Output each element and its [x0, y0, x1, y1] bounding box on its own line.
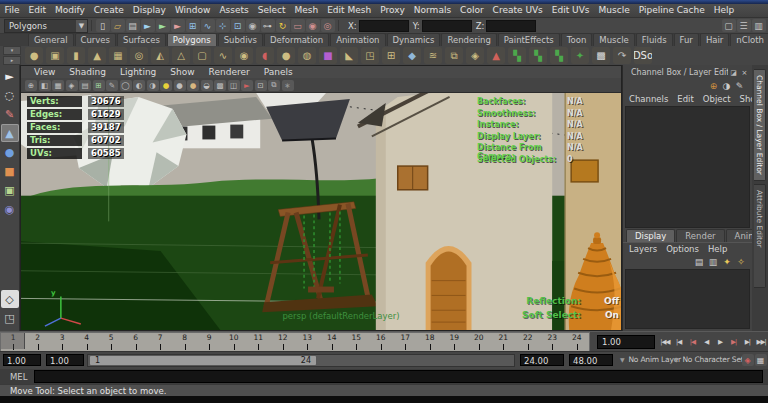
- xray-icon[interactable]: ⊡: [255, 80, 267, 91]
- snap-curve-icon[interactable]: ∿: [201, 19, 215, 32]
- channel-list-area[interactable]: [625, 106, 750, 228]
- poly-pyramid-icon[interactable]: △: [172, 47, 190, 64]
- image-plane-icon[interactable]: ▤: [79, 80, 91, 91]
- camera-attributes-icon[interactable]: ▦: [52, 80, 64, 91]
- timeline-frame-cell[interactable]: 8: [173, 333, 198, 351]
- step-forward-key-button[interactable]: ▶|: [727, 338, 741, 346]
- animation-preferences-icon[interactable]: ▦: [755, 354, 767, 366]
- close-icon[interactable]: ×: [739, 68, 750, 78]
- shelf-tab[interactable]: Curves: [75, 33, 117, 46]
- poly-soccerball-icon[interactable]: ◉: [235, 47, 253, 64]
- menu-item[interactable]: Color: [456, 4, 489, 17]
- booleans-icon[interactable]: ◆: [403, 47, 421, 64]
- current-time-marker[interactable]: [1, 333, 25, 349]
- shelf-tab[interactable]: Hair: [700, 33, 729, 46]
- snap-point-icon[interactable]: ⊹: [216, 19, 230, 32]
- menu-item[interactable]: Select: [253, 4, 290, 17]
- menu-item[interactable]: Create UVs: [488, 4, 547, 17]
- wire-on-shaded-icon[interactable]: ⧉: [268, 80, 280, 91]
- viewport-menu-item[interactable]: Show: [163, 66, 201, 78]
- coordinate-input[interactable]: [422, 20, 472, 32]
- timeline-frame-cell[interactable]: 17: [393, 333, 418, 351]
- viewport-menu-item[interactable]: View: [27, 66, 62, 78]
- lock-camera-icon[interactable]: ◧: [39, 80, 51, 91]
- anim-layer-dropdown[interactable]: ▼ No Anim Layer: [620, 355, 681, 364]
- animation-start-field[interactable]: 1.00: [3, 354, 41, 366]
- viewport-menu-item[interactable]: Panels: [257, 66, 300, 78]
- sculpt-geometry-icon[interactable]: ◖: [256, 47, 274, 64]
- shelf-tab[interactable]: Animation: [330, 33, 385, 46]
- poly-torus-icon[interactable]: ◎: [130, 47, 148, 64]
- timeline-frame-cell[interactable]: 2: [26, 333, 51, 351]
- file-new-icon[interactable]: ▯: [96, 19, 110, 32]
- chevron-down-icon[interactable]: ▼: [76, 20, 87, 32]
- timeline-frame-cell[interactable]: 18: [418, 333, 443, 351]
- layer-tab[interactable]: Display: [626, 229, 675, 242]
- character-set-dropdown[interactable]: ▼ No Character Set: [674, 355, 744, 364]
- shelf-tab[interactable]: General: [28, 33, 74, 46]
- menu-item[interactable]: Edit: [24, 4, 50, 17]
- layer-list-area[interactable]: [625, 269, 750, 329]
- range-slider-track[interactable]: 1 24: [87, 354, 515, 367]
- timeline-frame-cell[interactable]: 20: [467, 333, 492, 351]
- channel-box-menu-item[interactable]: Edit: [677, 94, 693, 104]
- new-empty-anim-layer-icon[interactable]: ✧: [734, 257, 748, 267]
- poly-sphere-icon[interactable]: ●: [25, 47, 43, 64]
- poly-helix-icon[interactable]: ∿: [214, 47, 232, 64]
- sidebar-tab[interactable]: Attribute Editor: [754, 184, 766, 288]
- snap-view-plane-icon[interactable]: ⊡: [231, 19, 245, 32]
- timeline-frame-cell[interactable]: 7: [148, 333, 173, 351]
- poly-cylinder-icon[interactable]: ▮: [67, 47, 85, 64]
- file-open-icon[interactable]: ▱: [111, 19, 125, 32]
- motion-blur-icon[interactable]: ◒: [201, 80, 213, 91]
- new-anim-layer-from-selected-icon[interactable]: ✦: [720, 257, 734, 267]
- viewport-menu-item[interactable]: Renderer: [202, 66, 257, 78]
- paint-select-tool[interactable]: ✎: [1, 105, 19, 123]
- dso-script-icon[interactable]: DSo: [634, 47, 652, 64]
- shelf-tab[interactable]: Subdivs: [218, 33, 263, 46]
- poly-sphere-proxy-icon[interactable]: ◍: [298, 47, 316, 64]
- go-to-start-button[interactable]: |◀◀: [658, 338, 672, 346]
- menu-item[interactable]: Help: [709, 4, 739, 17]
- timeline-frame-cell[interactable]: 24: [565, 333, 590, 351]
- timeline-frame-cell[interactable]: 21: [491, 333, 516, 351]
- shelf-tab[interactable]: Toon: [561, 33, 593, 46]
- poly-plane-icon[interactable]: ▦: [109, 47, 127, 64]
- grease-pencil-icon[interactable]: ✎: [106, 80, 118, 91]
- saved-layouts-button[interactable]: ◳: [1, 309, 19, 327]
- poly-prism-icon[interactable]: ◭: [151, 47, 169, 64]
- pin-icon[interactable]: ◪: [728, 68, 739, 78]
- poly-sphere-smooth-icon[interactable]: ●: [277, 47, 295, 64]
- multi-cut-red-cone-icon[interactable]: ▲: [487, 47, 505, 64]
- shelf-tab[interactable]: Rendering: [441, 33, 496, 46]
- menu-item[interactable]: Create: [89, 4, 128, 17]
- open-render-view-icon[interactable]: ▭: [291, 19, 305, 32]
- textured-icon[interactable]: ◑: [147, 80, 159, 91]
- shelf-tab[interactable]: Dynamics: [387, 33, 441, 46]
- playback-end-field[interactable]: 24.00: [520, 354, 564, 366]
- shelf-tab[interactable]: Fluids: [636, 33, 673, 46]
- channel-box-menu-item[interactable]: Channels: [629, 94, 668, 104]
- timeline-frame-cell[interactable]: 13: [295, 333, 320, 351]
- select-component-icon[interactable]: ►: [171, 19, 185, 32]
- 2d-pan-zoom-icon[interactable]: ⊞: [93, 80, 105, 91]
- timeline-frame-cell[interactable]: 4: [75, 333, 100, 351]
- wireframe-icon[interactable]: ◯: [120, 80, 132, 91]
- channel-box-menu-item[interactable]: Object: [703, 94, 731, 104]
- channel-speed-icon[interactable]: ◑: [720, 81, 733, 91]
- uv-spherical-map-icon[interactable]: ▚: [550, 47, 568, 64]
- menu-item[interactable]: Normals: [409, 4, 455, 17]
- subdiv-cube-icon[interactable]: ■: [319, 47, 337, 64]
- single-pane-toggle-icon[interactable]: ▢: [722, 19, 736, 32]
- uv-cylindrical-map-icon[interactable]: ▚: [529, 47, 547, 64]
- timeline-frame-cell[interactable]: 19: [442, 333, 467, 351]
- use-all-lights-icon[interactable]: ●: [160, 80, 172, 91]
- auto-keyframe-icon[interactable]: ◈: [742, 354, 754, 366]
- file-save-icon[interactable]: ▤: [126, 19, 140, 32]
- construction-history-icon[interactable]: ↻: [276, 19, 290, 32]
- viewport-menu-item[interactable]: Shading: [62, 66, 113, 78]
- channelbox-toggle-icon[interactable]: ▥: [752, 19, 766, 32]
- single-pane-layout-button[interactable]: ◇: [1, 290, 19, 308]
- play-forwards-button[interactable]: ▶: [713, 338, 727, 346]
- viewport-scene[interactable]: Verts: 30676 Edges: 61629 Faces: 39187 T…: [21, 93, 621, 330]
